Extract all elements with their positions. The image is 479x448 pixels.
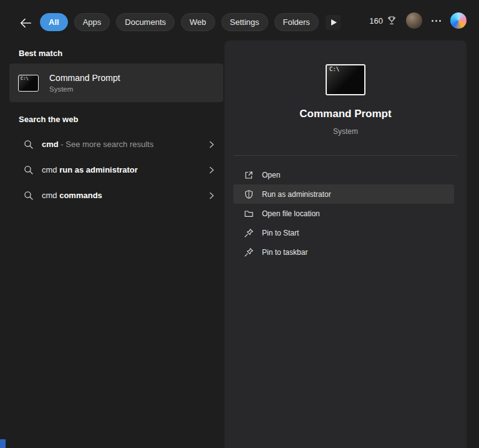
preview-panel: C:\ Command Prompt System Open Run as ad… <box>225 41 467 448</box>
command-prompt-icon: C:\ <box>18 75 39 92</box>
search-suggestion-run-as-admin[interactable]: cmd run as administrator <box>9 157 223 183</box>
best-match-text: Command Prompt System <box>49 72 120 94</box>
search-icon <box>24 165 34 175</box>
suggestion-text: cmd - See more search results <box>42 140 153 149</box>
preview-app-subtitle: System <box>225 127 467 136</box>
rewards-icon <box>387 16 397 26</box>
search-suggestion-see-more[interactable]: cmd - See more search results <box>9 131 223 157</box>
chevron-right-icon <box>207 166 216 174</box>
rewards-count: 160 <box>369 16 383 26</box>
action-open-file-location[interactable]: Open file location <box>233 204 454 223</box>
best-match-item[interactable]: C:\ Command Prompt System <box>9 64 223 102</box>
tab-apps[interactable]: Apps <box>74 13 110 31</box>
best-match-title: Command Prompt <box>49 72 120 83</box>
avatar[interactable] <box>406 12 422 29</box>
search-the-web-header: Search the web <box>19 115 78 124</box>
action-label: Run as administrator <box>262 190 331 199</box>
best-match-subtitle: System <box>49 85 120 94</box>
rewards-counter[interactable]: 160 <box>369 16 397 26</box>
action-pin-to-taskbar[interactable]: Pin to taskbar <box>233 242 454 262</box>
action-pin-to-start[interactable]: Pin to Start <box>233 223 454 242</box>
action-label: Pin to Start <box>262 229 299 237</box>
tab-folders[interactable]: Folders <box>274 13 319 31</box>
tab-all[interactable]: All <box>40 13 68 31</box>
topbar-right-cluster: 160 <box>369 11 467 30</box>
open-icon <box>244 170 254 180</box>
search-suggestion-commands[interactable]: cmd commands <box>9 183 223 208</box>
command-prompt-icon-text: C:\ <box>21 76 29 81</box>
preview-app-title: Command Prompt <box>225 108 467 120</box>
chevron-right-icon <box>207 140 216 149</box>
play-icon <box>331 19 337 26</box>
admin-shield-icon <box>244 189 254 199</box>
filter-tabs: All Apps Documents Web Settings Folders … <box>40 13 322 32</box>
action-label: Open file location <box>262 209 320 218</box>
best-match-header: Best match <box>19 49 62 58</box>
back-button[interactable] <box>17 15 34 31</box>
background-window-fragment <box>0 439 6 448</box>
chevron-right-icon <box>207 191 216 200</box>
pin-icon <box>244 247 254 257</box>
search-icon <box>24 191 34 201</box>
start-search-window: All Apps Documents Web Settings Folders … <box>0 0 479 448</box>
back-arrow-icon <box>19 16 32 30</box>
tab-documents[interactable]: Documents <box>116 13 175 31</box>
folder-icon <box>244 209 254 219</box>
pin-icon <box>244 228 254 238</box>
copilot-icon[interactable] <box>450 12 467 29</box>
tab-settings[interactable]: Settings <box>221 13 268 31</box>
suggestion-text: cmd run as administrator <box>42 165 138 174</box>
preview-divider <box>234 155 457 156</box>
search-icon <box>24 140 34 150</box>
more-options-button[interactable] <box>432 12 441 29</box>
command-prompt-icon-large: C:\ <box>326 64 365 95</box>
action-open[interactable]: Open <box>233 165 454 184</box>
action-label: Pin to taskbar <box>262 248 307 257</box>
preview-icon-wrap: C:\ <box>225 64 467 95</box>
tabs-scroll-right-button[interactable] <box>326 15 341 30</box>
preview-actions: Open Run as administrator Open file loca… <box>233 165 454 262</box>
action-label: Open <box>262 171 280 179</box>
action-run-as-administrator[interactable]: Run as administrator <box>233 184 454 204</box>
tab-web[interactable]: Web <box>181 13 215 31</box>
suggestion-text: cmd commands <box>42 191 102 200</box>
command-prompt-icon-text: C:\ <box>329 67 339 72</box>
